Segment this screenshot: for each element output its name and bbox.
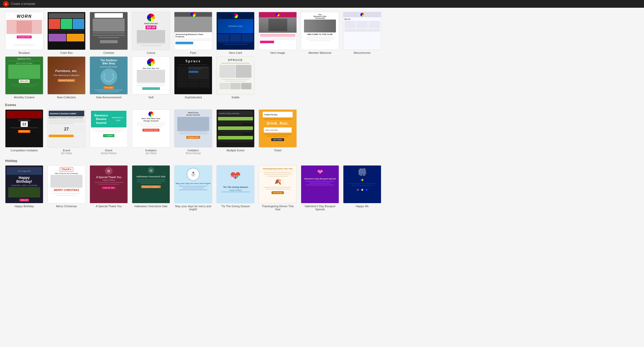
template-item-saleannouncement[interactable]: The SouthernBike Shop Exclusive Bike Dea…: [90, 56, 128, 99]
template-item-memberwelcome[interactable]: TheStudents ClubsCommunity WELCOME TO TH…: [301, 12, 339, 54]
topbar: M Create a template: [0, 0, 644, 8]
template-name-snowman: May your days be merry and bright!: [174, 205, 212, 211]
template-name-ticket: Ticket: [274, 149, 282, 152]
template-name-patriotic: Happy 4th: [356, 205, 369, 208]
template-item-monthlycontest[interactable]: Madison Fern We're back finally! 35% OFF…: [5, 56, 43, 99]
template-author-event2: Veerle Pieters: [101, 152, 117, 155]
template-name-invitation2: Invitation: [188, 149, 199, 152]
template-name-givingseason: 'Tis The Giving Season: [221, 205, 250, 208]
template-item-invitation1[interactable]: New Year New YearDesign Summit REGISTER …: [132, 109, 170, 155]
svg-text:M: M: [5, 3, 7, 5]
template-item-snowman[interactable]: ⛄ May your days be merry and bright! May…: [174, 165, 212, 211]
template-name-compinvite: Competition Invitation: [11, 149, 38, 152]
template-name-monochromic: Monochromic: [354, 51, 371, 54]
template-name-specialthankyou: A Special Thank You: [96, 205, 122, 208]
template-item-contrast[interactable]: Contrast: [90, 12, 128, 54]
template-name-herocard: Hero Card: [229, 51, 242, 54]
templates-grid-holiday: Your image here HappyBirthday! LOCATION …: [5, 165, 381, 211]
template-name-contrast: Contrast: [103, 51, 114, 54]
template-name-heroimage: Hero Image: [270, 51, 285, 54]
template-item-soft[interactable]: New Year, New You Soft: [132, 56, 170, 99]
template-item-birthday[interactable]: Your image here HappyBirthday! LOCATION …: [5, 165, 43, 211]
template-item-valentines[interactable]: ❤ Valentine's Day Bouquet Special Valent…: [301, 165, 339, 211]
template-name-christmas: Merry Christmas: [56, 205, 77, 208]
template-name-valentines: Valentine's Day Bouquet Special: [301, 205, 339, 211]
template-item-specialthankyou[interactable]: ✿ A Special Thank You Happy Holidays Sho…: [90, 165, 128, 211]
template-item-flyer[interactable]: Announcing Business Class Products Flyer: [174, 12, 212, 54]
template-item-compinvite[interactable]: COUNTDOWN 23 REGISTER Competition Invita…: [5, 109, 43, 155]
topbar-title: Create a template: [11, 2, 35, 6]
template-item-boutique[interactable]: WORN PROJEKTPINK Boutique: [5, 12, 43, 54]
template-name-monthlycontest: Monthly Contest: [14, 96, 34, 99]
templates-grid-row2: Madison Fern We're back finally! 35% OFF…: [5, 56, 381, 99]
template-item-subtle[interactable]: SPRUCE Subtle: [216, 56, 255, 99]
template-name-halloween: Halloween Overstock Sale: [134, 205, 167, 208]
template-name-event1: Event: [63, 149, 70, 152]
template-name-flyer: Flyer: [190, 51, 196, 54]
template-name-event2: Event: [105, 149, 112, 152]
template-author-invitation1: Jon Hicks: [145, 152, 156, 155]
template-item-monochromic[interactable]: $10 off Monochromic: [343, 12, 381, 54]
template-item-herocard[interactable]: Solutions Sale Hero Card: [216, 12, 255, 54]
template-item-thanksgiving[interactable]: Thanksgiving Dinner This Year 🍂 Get Reci…: [259, 165, 297, 211]
template-name-sophisticated: Sophisticated: [185, 96, 202, 99]
topbar-logo: M: [3, 1, 9, 7]
template-item-newcollection[interactable]: Furniture, etc.The Whimsical Collection …: [47, 56, 86, 99]
template-author-event1: Jon Hicks: [61, 152, 72, 155]
template-item-sophisticated[interactable]: Spruce: [174, 56, 212, 99]
template-name-colorbox: Color Box: [60, 51, 73, 54]
template-name-invitation1: Invitation: [145, 149, 157, 152]
templates-grid-events: COUNTDOWN 23 REGISTER Competition Invita…: [5, 109, 381, 155]
template-name-soft: Soft: [148, 96, 154, 99]
template-item-multievent[interactable]: creative writing workshop Multiple Event: [216, 109, 255, 155]
template-item-patriotic[interactable]: 🎆 ★ ★ ★ ★ Happy 4th: [343, 165, 381, 211]
template-name-subtle: Subtle: [231, 96, 239, 99]
template-author-invitation2: Terris Kremer: [185, 152, 201, 155]
section-label-holiday: Holiday: [5, 159, 381, 163]
template-name-thanksgiving: Thanksgiving Dinner This Year: [259, 205, 297, 211]
template-name-birthday: Happy Birthday: [14, 205, 34, 208]
template-name-newcollection: New Collection: [57, 96, 76, 99]
template-item-givingseason[interactable]: ❤ 'Tis The Giving Season Happy Holidays …: [216, 165, 255, 211]
template-name-memberwelcome: Member Welcome: [308, 51, 331, 54]
template-name-boutique: Boutique: [19, 51, 30, 54]
template-item-cutout[interactable]: ANNOUNCING $10 off Cutout: [132, 12, 170, 54]
template-item-heroimage[interactable]: Hero Image: [259, 12, 297, 54]
template-item-ticket[interactable]: Thrifty Pub Bus Drink. Run. Ticket code …: [259, 109, 297, 155]
templates-grid-row1: WORN PROJEKTPINK Boutique: [5, 12, 381, 54]
template-item-halloween[interactable]: 📚 Halloween Overstock Sale Browse for So…: [132, 165, 170, 211]
template-item-christmas[interactable]: Chuck's New Tricks for the Christmas MER…: [47, 165, 86, 211]
template-name-saleannouncement: Sale Announcement: [96, 96, 121, 99]
template-item-invitation2[interactable]: MailChimpEmail Summit Register Now Invit…: [174, 109, 212, 155]
template-name-cutout: Cutout: [147, 51, 155, 54]
template-item-event2[interactable]: BananacoBanana SummitSeptember 7, 2018 ✓…: [90, 109, 128, 155]
template-item-event1[interactable]: BANANACO BANANA SUMMIT BANANACO'S WORLD …: [47, 109, 86, 155]
section-label-events: Events: [5, 103, 381, 107]
template-name-multievent: Multiple Event: [226, 149, 244, 152]
template-item-colorbox[interactable]: Color Box: [47, 12, 86, 54]
